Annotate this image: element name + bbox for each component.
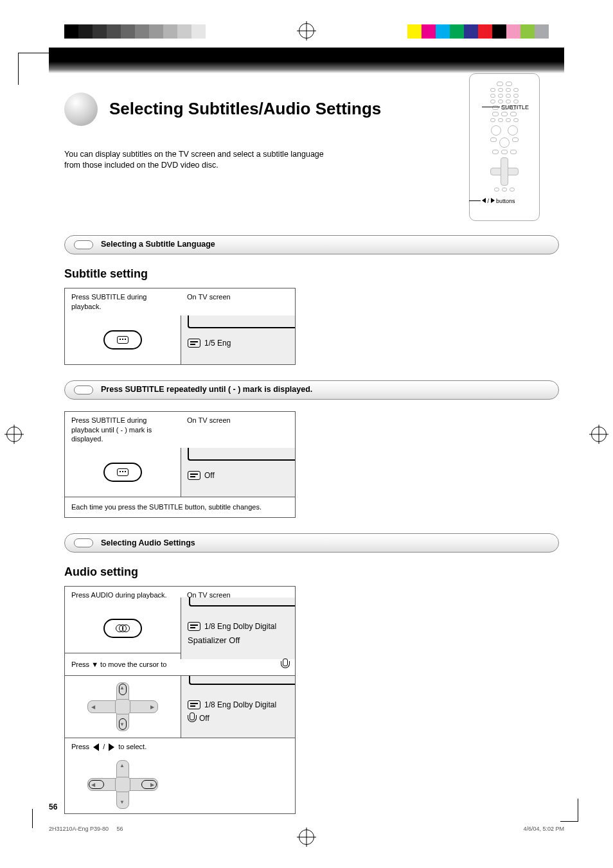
step-caption-left: Press SUBTITLE during playback until ( -… [65, 412, 181, 448]
subtitle-step-box-1: Press SUBTITLE during playback. On TV sc… [64, 288, 296, 365]
step-caption-right: On TV screen [181, 288, 295, 306]
registration-mark-icon [299, 829, 314, 845]
section-bar-subtitle-language: Selecting a Subtitle Language [64, 235, 559, 254]
footer-file: 2H31210A-Eng P39-80 56 [49, 826, 123, 832]
subtitle-icon [117, 468, 129, 476]
color-swatches [407, 24, 549, 39]
osd-text: 1/5 Eng [204, 338, 231, 348]
section-bar-label: Selecting Audio Settings [101, 538, 195, 549]
osd-text: Off [204, 470, 215, 481]
subtitle-heading: Subtitle setting [64, 266, 559, 281]
osd-display: Off [188, 470, 215, 481]
section-bar-subtitle-off: Press SUBTITLE repeatedly until ( - ) ma… [64, 380, 559, 400]
step-text: to select. [118, 742, 147, 752]
registration-mark-icon [299, 23, 314, 39]
left-arrow-icon [93, 743, 99, 751]
audio-osd-icon [188, 622, 200, 631]
section-bar-audio: Selecting Audio Settings [64, 533, 559, 553]
osd-display: 1/8 Eng Dolby Digital Spatializer Off [188, 611, 276, 646]
step-text: Press ▼ to move the cursor to [71, 660, 166, 669]
footer-time: 4/6/04, 5:02 PM [523, 826, 564, 832]
crop-mark [32, 809, 39, 828]
audio-button-icon [103, 619, 142, 638]
step-caption-right: On TV screen [181, 412, 295, 429]
pill-icon [74, 385, 93, 394]
audio-heading: Audio setting [64, 564, 559, 580]
remote-callout-subtitle: SUBTITLE [501, 104, 559, 111]
step-note: Each time you press the SUBTITLE button,… [65, 497, 295, 517]
dpad-vertical-icon: ▲▼ ◀▶ [87, 682, 158, 731]
karaoke-mic-icon [188, 713, 195, 724]
osd-display: 1/8 Eng Dolby Digital Off [188, 689, 276, 724]
subtitle-button-icon [103, 330, 142, 350]
dpad-horizontal-icon: ▲▼ ◀▶ [87, 760, 158, 809]
osd-text: Spatializer Off [188, 635, 276, 646]
page-title: Selecting Subtitles/Audio Settings [109, 98, 381, 120]
step-caption-left: Press SUBTITLE during playback. [65, 288, 181, 315]
crop-mark [18, 53, 50, 85]
section-bar-label: Press SUBTITLE repeatedly until ( - ) ma… [101, 384, 312, 395]
subtitle-osd-icon [188, 471, 200, 480]
sphere-bullet-icon [64, 93, 98, 126]
remote-callout-dpad: / ▲ / ▼ / ◀ / ▶ buttons buttons [482, 198, 565, 205]
pill-icon [74, 538, 93, 547]
page-content: Selecting Subtitles/Audio Settings You c… [64, 73, 559, 814]
page-number: 56 [49, 802, 57, 811]
osd-display: 1/5 Eng [188, 338, 231, 348]
registration-mark-icon [591, 427, 607, 442]
osd-text: 1/8 Eng Dolby Digital [204, 621, 276, 632]
karaoke-mic-icon [281, 659, 289, 670]
registration-mark-icon [6, 427, 22, 442]
audio-icon [116, 623, 130, 633]
subtitle-osd-icon [188, 339, 200, 348]
pill-icon [74, 240, 93, 249]
intro-text: You can display subtitles on the TV scre… [64, 149, 341, 171]
right-arrow-icon [109, 743, 114, 751]
section-bar-label: Selecting a Subtitle Language [101, 239, 215, 250]
osd-text: Off [199, 713, 209, 723]
subtitle-button-icon [103, 463, 142, 482]
grayscale-swatches [64, 24, 220, 39]
osd-text: 1/8 Eng Dolby Digital [204, 700, 276, 710]
subtitle-icon [117, 336, 129, 344]
header-band [49, 48, 564, 73]
audio-osd-icon [188, 700, 200, 709]
subtitle-step-box-2: Press SUBTITLE during playback until ( -… [64, 411, 296, 518]
step-caption-left: Press AUDIO during playback. [65, 587, 181, 604]
audio-step-box: Press AUDIO during playback. On TV scree… [64, 586, 296, 814]
crop-mark [560, 799, 578, 822]
step-text: Press [71, 742, 89, 752]
